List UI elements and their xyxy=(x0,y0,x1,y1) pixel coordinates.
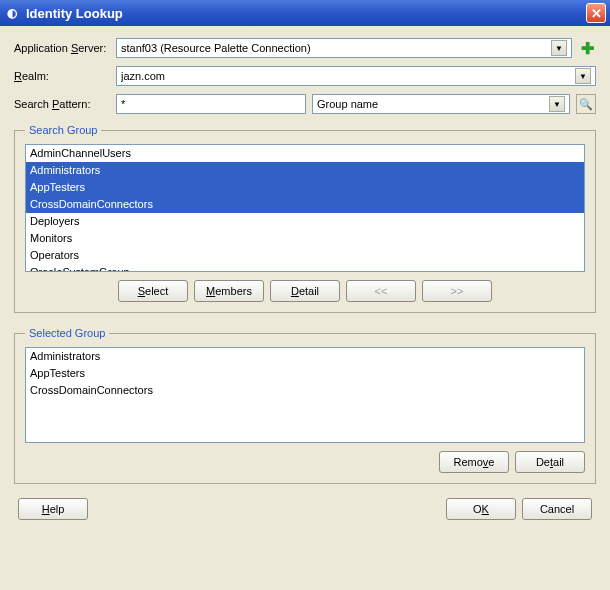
list-item[interactable]: Operators xyxy=(26,247,584,264)
appserver-row: Application Server: stanf03 (Resource Pa… xyxy=(14,38,596,58)
prev-page-button: << xyxy=(346,280,416,302)
appserver-label: Application Server: xyxy=(14,42,110,54)
window-title: Identity Lookup xyxy=(26,6,586,21)
chevron-down-icon[interactable]: ▼ xyxy=(575,68,591,84)
add-server-button[interactable]: ✚ xyxy=(578,39,596,57)
search-icon: 🔍 xyxy=(579,98,593,111)
appserver-value: stanf03 (Resource Palette Connection) xyxy=(121,42,551,54)
app-icon: ◐ xyxy=(4,5,20,21)
realm-value: jazn.com xyxy=(121,70,575,82)
dialog-button-row: Help OK Cancel xyxy=(14,498,596,520)
list-item[interactable]: Administrators xyxy=(26,162,584,179)
selected-group-legend: Selected Group xyxy=(25,327,109,339)
members-button[interactable]: Members xyxy=(194,280,264,302)
pattern-input[interactable]: * xyxy=(116,94,306,114)
list-item[interactable]: Monitors xyxy=(26,230,584,247)
selected-group-fieldset: Selected Group AdministratorsAppTestersC… xyxy=(14,327,596,484)
detail-selected-button[interactable]: Detail xyxy=(515,451,585,473)
list-item[interactable]: OracleSystemGroup xyxy=(26,264,584,272)
detail-button[interactable]: Detail xyxy=(270,280,340,302)
search-group-list[interactable]: AdminChannelUsersAdministratorsAppTester… xyxy=(25,144,585,272)
cancel-button[interactable]: Cancel xyxy=(522,498,592,520)
search-button[interactable]: 🔍 xyxy=(576,94,596,114)
help-button[interactable]: Help xyxy=(18,498,88,520)
appserver-combo[interactable]: stanf03 (Resource Palette Connection) ▼ xyxy=(116,38,572,58)
search-group-legend: Search Group xyxy=(25,124,101,136)
list-item[interactable]: AppTesters xyxy=(26,365,584,382)
search-type-value: Group name xyxy=(317,98,549,110)
list-item[interactable]: Administrators xyxy=(26,348,584,365)
next-page-button: >> xyxy=(422,280,492,302)
select-button[interactable]: Select xyxy=(118,280,188,302)
realm-label: Realm: xyxy=(14,70,110,82)
list-item[interactable]: CrossDomainConnectors xyxy=(26,196,584,213)
pattern-label: Search Pattern: xyxy=(14,98,110,110)
titlebar: ◐ Identity Lookup ✕ xyxy=(0,0,610,26)
realm-combo[interactable]: jazn.com ▼ xyxy=(116,66,596,86)
list-item[interactable]: AppTesters xyxy=(26,179,584,196)
remove-button[interactable]: Remove xyxy=(439,451,509,473)
search-type-combo[interactable]: Group name ▼ xyxy=(312,94,570,114)
ok-button[interactable]: OK xyxy=(446,498,516,520)
list-item[interactable]: CrossDomainConnectors xyxy=(26,382,584,399)
search-row: Search Pattern: * Group name ▼ 🔍 xyxy=(14,94,596,114)
pattern-value: * xyxy=(121,98,301,110)
search-group-buttons: Select Members Detail << >> xyxy=(25,280,585,302)
list-item[interactable]: Deployers xyxy=(26,213,584,230)
selected-group-list[interactable]: AdministratorsAppTestersCrossDomainConne… xyxy=(25,347,585,443)
search-group-fieldset: Search Group AdminChannelUsersAdministra… xyxy=(14,124,596,313)
dialog-body: Application Server: stanf03 (Resource Pa… xyxy=(0,26,610,530)
plus-icon: ✚ xyxy=(581,39,594,58)
list-item[interactable]: AdminChannelUsers xyxy=(26,145,584,162)
close-button[interactable]: ✕ xyxy=(586,3,606,23)
selected-group-buttons: Remove Detail xyxy=(25,451,585,473)
chevron-down-icon[interactable]: ▼ xyxy=(549,96,565,112)
chevron-down-icon[interactable]: ▼ xyxy=(551,40,567,56)
realm-row: Realm: jazn.com ▼ xyxy=(14,66,596,86)
close-icon: ✕ xyxy=(591,6,602,21)
